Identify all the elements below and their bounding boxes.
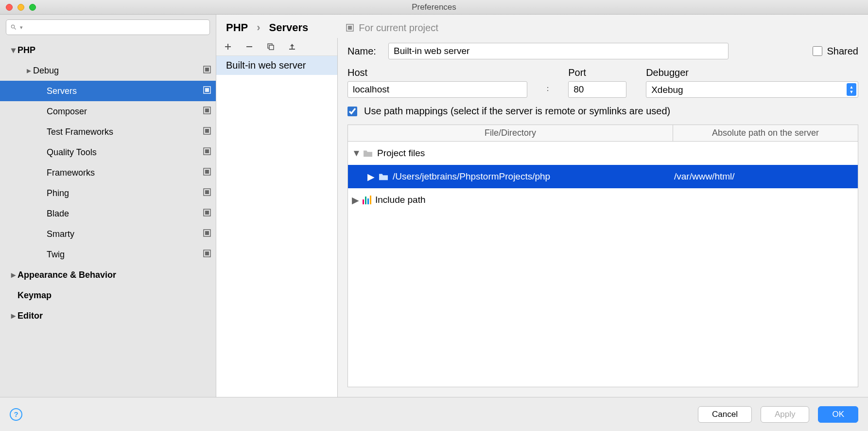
- chevron-right-icon: ▶: [352, 195, 359, 206]
- host-input[interactable]: [347, 81, 527, 98]
- sidebar-item-label: Keymap: [17, 290, 52, 301]
- shared-label: Shared: [827, 46, 859, 57]
- project-scope-icon: [203, 229, 211, 239]
- cancel-button[interactable]: Cancel: [698, 406, 752, 423]
- path-mappings-checkbox[interactable]: [347, 107, 357, 116]
- sidebar-item-label: Composer: [47, 107, 87, 117]
- svg-rect-21: [348, 26, 352, 30]
- server-name-input[interactable]: [388, 43, 729, 59]
- sidebar-item-composer[interactable]: Composer: [0, 101, 216, 122]
- sidebar-item-twig[interactable]: Twig: [0, 244, 216, 265]
- copy-server-button[interactable]: [266, 42, 276, 52]
- svg-rect-15: [205, 211, 209, 215]
- sidebar-item-label: Debug: [33, 66, 59, 76]
- sidebar-item-label: Editor: [17, 311, 43, 321]
- sidebar-item-label: Test Frameworks: [47, 127, 113, 137]
- svg-rect-19: [205, 251, 209, 255]
- port-label: Port: [568, 67, 626, 78]
- dialog-footer: ? Cancel Apply OK: [0, 397, 868, 431]
- add-server-button[interactable]: [223, 42, 233, 52]
- search-icon: [10, 24, 17, 31]
- server-form: Name: Shared Host :: [338, 38, 868, 397]
- path-table-header: File/Directory Absolute path on the serv…: [347, 125, 858, 141]
- chevron-right-icon: ▸: [9, 269, 17, 280]
- sidebar-item-appearance-behavior[interactable]: ▸Appearance & Behavior: [0, 265, 216, 285]
- project-scope-icon: [203, 250, 211, 260]
- sidebar-item-frameworks[interactable]: Frameworks: [0, 162, 216, 183]
- sidebar-item-smarty[interactable]: Smarty: [0, 224, 216, 244]
- sidebar-item-quality-tools[interactable]: Quality Tools: [0, 142, 216, 162]
- svg-rect-7: [205, 129, 209, 133]
- svg-rect-3: [205, 88, 209, 92]
- chevron-down-icon: ▾: [9, 45, 17, 55]
- project-scope-icon: [203, 188, 211, 198]
- sidebar-item-label: Servers: [47, 86, 77, 96]
- sidebar-item-label: Smarty: [47, 229, 74, 239]
- sidebar-item-servers[interactable]: Servers: [0, 81, 216, 101]
- settings-search-input[interactable]: [26, 23, 206, 32]
- close-window-button[interactable]: [6, 4, 13, 11]
- path-row-project-path[interactable]: ▶ /Users/jetbrains/PhpstormProjects/php …: [348, 165, 858, 188]
- ok-button[interactable]: OK: [818, 406, 858, 423]
- svg-rect-5: [205, 108, 209, 112]
- absolute-path-cell[interactable]: /var/www/html/: [674, 171, 854, 182]
- breadcrumb-leaf: Servers: [269, 21, 309, 34]
- zoom-window-button[interactable]: [29, 4, 36, 11]
- scope-hint: For current project: [346, 22, 438, 34]
- chevron-right-icon: ›: [257, 21, 260, 34]
- import-server-button[interactable]: [287, 42, 297, 52]
- sidebar-item-label: Frameworks: [47, 168, 95, 178]
- sidebar-item-debug[interactable]: ▸Debug: [0, 60, 216, 81]
- server-list-toolbar: [216, 38, 337, 56]
- path-mappings-label: Use path mappings (select if the server …: [364, 106, 670, 117]
- chevron-right-icon: ▸: [24, 65, 33, 76]
- svg-rect-22: [246, 46, 252, 47]
- minimize-window-button[interactable]: [17, 4, 24, 11]
- breadcrumb: PHP › Servers For current project: [216, 15, 868, 38]
- window-controls: [6, 4, 36, 11]
- server-list-panel: Built-in web server: [216, 38, 338, 397]
- path-row-include-path[interactable]: ▶ Include path: [348, 188, 858, 212]
- path-mappings-table[interactable]: ▼ Project files ▶ /Users/jetbrains/Phpst…: [347, 141, 858, 387]
- sidebar-item-php[interactable]: ▾PHP: [0, 40, 216, 60]
- sidebar-item-keymap[interactable]: Keymap: [0, 285, 216, 305]
- svg-rect-17: [205, 231, 209, 235]
- remove-server-button[interactable]: [244, 42, 254, 52]
- folder-icon: [378, 172, 389, 181]
- svg-rect-24: [269, 45, 274, 50]
- sidebar-item-label: Phing: [47, 188, 69, 198]
- chevron-right-icon: ▸: [9, 310, 17, 321]
- shared-checkbox[interactable]: [813, 46, 822, 56]
- path-row-project-files[interactable]: ▼ Project files: [348, 142, 858, 165]
- col-file-directory: File/Directory: [348, 125, 673, 141]
- window-title: Preferences: [0, 2, 868, 12]
- svg-rect-13: [205, 190, 209, 194]
- settings-tree: ▾PHP▸DebugServersComposerTest Frameworks…: [0, 40, 216, 397]
- svg-rect-1: [205, 68, 209, 72]
- name-label: Name:: [347, 46, 382, 57]
- settings-sidebar: ▾ ▾PHP▸DebugServersComposerTest Framewor…: [0, 15, 216, 397]
- debugger-label: Debugger: [646, 67, 858, 78]
- svg-rect-11: [205, 170, 209, 174]
- port-input[interactable]: [568, 81, 626, 98]
- help-button[interactable]: ?: [10, 408, 22, 421]
- chevron-right-icon: ▶: [367, 171, 374, 182]
- search-dropdown-icon[interactable]: ▾: [20, 24, 23, 31]
- sidebar-item-blade[interactable]: Blade: [0, 203, 216, 224]
- sidebar-item-editor[interactable]: ▸Editor: [0, 305, 216, 326]
- sidebar-item-label: PHP: [17, 45, 35, 55]
- sidebar-item-label: Twig: [47, 250, 65, 260]
- breadcrumb-root[interactable]: PHP: [226, 21, 248, 34]
- folder-icon: [363, 149, 373, 158]
- debugger-select[interactable]: Xdebug: [646, 81, 858, 98]
- col-absolute-path: Absolute path on the server: [673, 125, 858, 141]
- apply-button[interactable]: Apply: [761, 406, 810, 423]
- settings-main: PHP › Servers For current project Built-…: [216, 15, 868, 397]
- server-list-item[interactable]: Built-in web server: [216, 56, 337, 75]
- sidebar-item-phing[interactable]: Phing: [0, 183, 216, 203]
- sidebar-item-test-frameworks[interactable]: Test Frameworks: [0, 122, 216, 142]
- project-scope-icon: [203, 168, 211, 178]
- titlebar: Preferences: [0, 0, 868, 15]
- settings-search[interactable]: ▾: [6, 19, 210, 35]
- host-port-separator: :: [547, 84, 549, 92]
